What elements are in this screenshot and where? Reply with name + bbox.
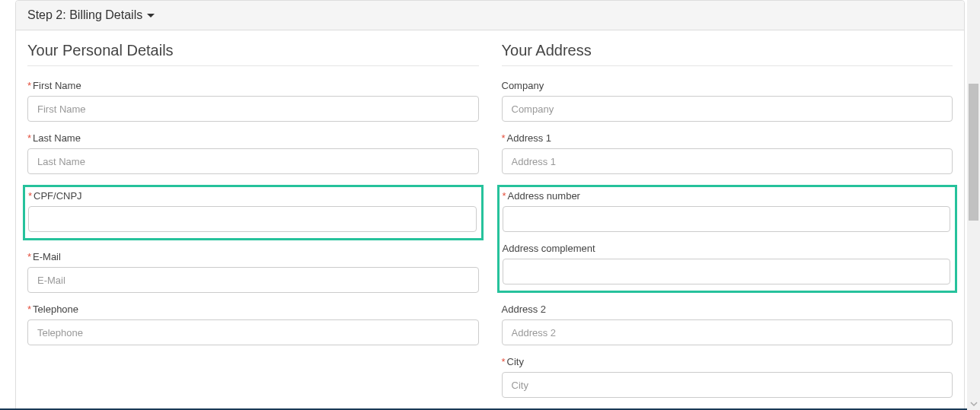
last-name-input[interactable]	[27, 148, 479, 174]
label-text: Address complement	[503, 243, 595, 254]
company-input[interactable]	[502, 96, 953, 122]
cpf-input[interactable]	[28, 206, 477, 232]
first-name-input[interactable]	[27, 96, 479, 122]
telephone-group: *Telephone	[27, 304, 479, 345]
cpf-label: *CPF/CNPJ	[28, 190, 477, 202]
label-text: Last Name	[33, 132, 81, 144]
address-extras-highlight-box: *Address number Address complement	[497, 185, 958, 293]
address2-label: Address 2	[502, 304, 953, 315]
label-text: Address number	[508, 190, 580, 202]
last-name-label: *Last Name	[27, 132, 479, 144]
first-name-group: *First Name	[27, 80, 479, 122]
scrollbar-down-arrow-icon[interactable]	[967, 397, 980, 410]
address-number-input[interactable]	[503, 206, 951, 232]
address-complement-label: Address complement	[503, 243, 951, 254]
city-group: *City	[502, 356, 953, 398]
address2-group: Address 2	[502, 304, 953, 345]
address1-label: *Address 1	[502, 132, 953, 144]
required-star-icon: *	[502, 132, 506, 144]
city-input[interactable]	[502, 372, 953, 398]
scrollbar-track[interactable]	[967, 0, 980, 410]
panel-heading-step2[interactable]: Step 2: Billing Details	[16, 1, 964, 30]
panel-body: Your Personal Details *First Name *Last …	[16, 30, 964, 410]
caret-down-icon	[147, 14, 155, 17]
label-text: Address 2	[502, 304, 547, 315]
address-complement-group: Address complement	[503, 243, 951, 284]
address1-group: *Address 1	[502, 132, 953, 174]
label-text: Company	[502, 80, 544, 91]
personal-details-column: Your Personal Details *First Name *Last …	[27, 42, 479, 408]
label-text: First Name	[33, 80, 81, 91]
required-star-icon: *	[503, 190, 506, 202]
first-name-label: *First Name	[27, 80, 479, 91]
required-star-icon: *	[27, 304, 31, 315]
label-text: E-Mail	[33, 251, 61, 262]
address-column: Your Address Company *Address 1 *Address…	[502, 42, 953, 408]
email-input[interactable]	[27, 267, 479, 293]
personal-details-legend: Your Personal Details	[27, 42, 479, 66]
address2-input[interactable]	[502, 319, 953, 345]
email-label: *E-Mail	[27, 251, 479, 262]
company-label: Company	[502, 80, 953, 91]
address1-input[interactable]	[502, 148, 953, 174]
telephone-label: *Telephone	[27, 304, 479, 315]
address-legend: Your Address	[502, 42, 953, 66]
required-star-icon: *	[27, 251, 31, 262]
required-star-icon: *	[502, 356, 506, 367]
address-number-label: *Address number	[503, 190, 951, 202]
label-text: Address 1	[507, 132, 552, 144]
required-star-icon: *	[27, 132, 31, 144]
billing-details-panel: Step 2: Billing Details Your Personal De…	[15, 0, 965, 410]
company-group: Company	[502, 80, 953, 122]
city-label: *City	[502, 356, 953, 367]
cpf-group: *CPF/CNPJ	[28, 190, 477, 232]
label-text: Telephone	[33, 304, 78, 315]
required-star-icon: *	[27, 80, 31, 91]
address-complement-input[interactable]	[503, 259, 951, 284]
last-name-group: *Last Name	[27, 132, 479, 174]
cpf-highlight-box: *CPF/CNPJ	[23, 185, 484, 240]
telephone-input[interactable]	[27, 319, 479, 345]
label-text: City	[507, 356, 524, 367]
panel-title: Step 2: Billing Details	[27, 8, 142, 22]
scrollbar-thumb[interactable]	[969, 84, 978, 221]
required-star-icon: *	[28, 190, 32, 202]
label-text: CPF/CNPJ	[34, 190, 82, 202]
address-number-group: *Address number	[503, 190, 951, 232]
email-group: *E-Mail	[27, 251, 479, 293]
